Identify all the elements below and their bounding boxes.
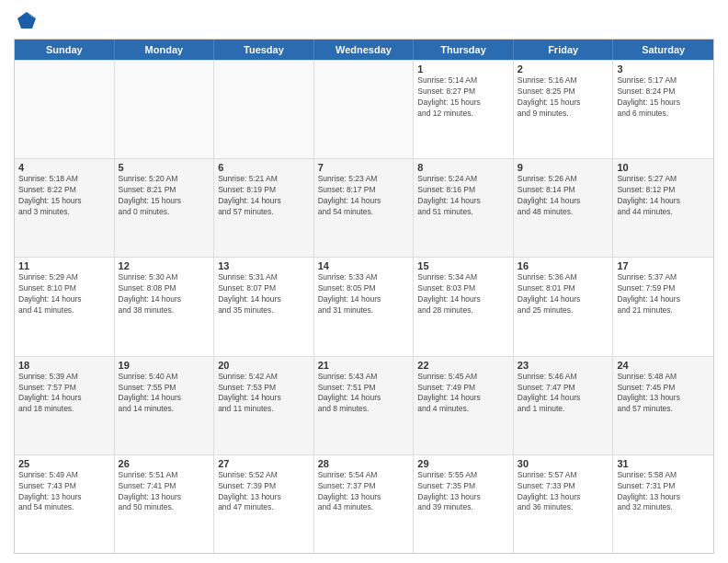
day-number: 26 xyxy=(119,458,210,469)
day-number: 14 xyxy=(318,260,410,271)
table-row: 24Sunrise: 5:48 AM Sunset: 7:45 PM Dayli… xyxy=(613,357,713,454)
day-number: 10 xyxy=(617,162,710,173)
day-number: 16 xyxy=(518,260,609,271)
day-number: 9 xyxy=(518,162,609,173)
table-row: 15Sunrise: 5:34 AM Sunset: 8:03 PM Dayli… xyxy=(414,258,514,355)
table-row xyxy=(15,61,115,158)
day-number: 7 xyxy=(318,162,410,173)
table-row: 1Sunrise: 5:14 AM Sunset: 8:27 PM Daylig… xyxy=(414,61,514,158)
day-info: Sunrise: 5:46 AM Sunset: 7:47 PM Dayligh… xyxy=(518,372,609,416)
table-row: 3Sunrise: 5:17 AM Sunset: 8:24 PM Daylig… xyxy=(613,61,713,158)
page: Sunday Monday Tuesday Wednesday Thursday… xyxy=(0,0,728,563)
day-info: Sunrise: 5:51 AM Sunset: 7:41 PM Dayligh… xyxy=(119,470,210,514)
table-row: 7Sunrise: 5:23 AM Sunset: 8:17 PM Daylig… xyxy=(314,159,415,257)
svg-marker-0 xyxy=(17,12,36,29)
table-row: 6Sunrise: 5:21 AM Sunset: 8:19 PM Daylig… xyxy=(214,159,314,257)
day-info: Sunrise: 5:58 AM Sunset: 7:31 PM Dayligh… xyxy=(617,470,710,514)
header-wednesday: Wednesday xyxy=(314,40,415,60)
day-number: 1 xyxy=(417,63,509,75)
table-row: 20Sunrise: 5:42 AM Sunset: 7:53 PM Dayli… xyxy=(214,357,314,454)
calendar-header: Sunday Monday Tuesday Wednesday Thursday… xyxy=(15,40,713,60)
table-row xyxy=(314,61,415,158)
calendar: Sunday Monday Tuesday Wednesday Thursday… xyxy=(14,39,714,554)
day-number: 29 xyxy=(417,458,509,469)
day-number: 19 xyxy=(119,360,210,371)
header-saturday: Saturday xyxy=(613,40,713,60)
header-friday: Friday xyxy=(514,40,614,60)
day-info: Sunrise: 5:34 AM Sunset: 8:03 PM Dayligh… xyxy=(417,272,509,316)
day-number: 22 xyxy=(417,360,509,371)
calendar-body: 1Sunrise: 5:14 AM Sunset: 8:27 PM Daylig… xyxy=(15,60,713,553)
day-info: Sunrise: 5:21 AM Sunset: 8:19 PM Dayligh… xyxy=(218,174,310,218)
day-info: Sunrise: 5:29 AM Sunset: 8:10 PM Dayligh… xyxy=(18,272,110,316)
table-row: 10Sunrise: 5:27 AM Sunset: 8:12 PM Dayli… xyxy=(613,159,713,257)
day-number: 17 xyxy=(617,260,710,271)
logo xyxy=(14,9,38,31)
table-row: 4Sunrise: 5:18 AM Sunset: 8:22 PM Daylig… xyxy=(15,159,115,257)
table-row: 14Sunrise: 5:33 AM Sunset: 8:05 PM Dayli… xyxy=(314,258,415,355)
day-number: 20 xyxy=(218,360,310,371)
header-thursday: Thursday xyxy=(414,40,514,60)
header-tuesday: Tuesday xyxy=(214,40,314,60)
day-info: Sunrise: 5:18 AM Sunset: 8:22 PM Dayligh… xyxy=(18,174,110,218)
week-row-3: 11Sunrise: 5:29 AM Sunset: 8:10 PM Dayli… xyxy=(15,257,713,355)
day-info: Sunrise: 5:24 AM Sunset: 8:16 PM Dayligh… xyxy=(417,174,509,218)
header-sunday: Sunday xyxy=(15,40,115,60)
day-number: 12 xyxy=(119,260,210,271)
day-info: Sunrise: 5:43 AM Sunset: 7:51 PM Dayligh… xyxy=(318,372,410,416)
table-row: 22Sunrise: 5:45 AM Sunset: 7:49 PM Dayli… xyxy=(414,357,514,454)
day-number: 15 xyxy=(417,260,509,271)
table-row: 19Sunrise: 5:40 AM Sunset: 7:55 PM Dayli… xyxy=(115,357,215,454)
day-number: 4 xyxy=(18,162,110,173)
table-row: 21Sunrise: 5:43 AM Sunset: 7:51 PM Dayli… xyxy=(314,357,415,454)
day-info: Sunrise: 5:45 AM Sunset: 7:49 PM Dayligh… xyxy=(417,372,509,416)
table-row: 5Sunrise: 5:20 AM Sunset: 8:21 PM Daylig… xyxy=(115,159,215,257)
table-row: 11Sunrise: 5:29 AM Sunset: 8:10 PM Dayli… xyxy=(15,258,115,355)
day-info: Sunrise: 5:42 AM Sunset: 7:53 PM Dayligh… xyxy=(218,372,310,416)
day-number: 6 xyxy=(218,162,310,173)
day-number: 8 xyxy=(417,162,509,173)
table-row: 9Sunrise: 5:26 AM Sunset: 8:14 PM Daylig… xyxy=(514,159,614,257)
table-row xyxy=(115,61,215,158)
day-info: Sunrise: 5:37 AM Sunset: 7:59 PM Dayligh… xyxy=(617,272,710,316)
day-number: 13 xyxy=(218,260,310,271)
table-row: 8Sunrise: 5:24 AM Sunset: 8:16 PM Daylig… xyxy=(414,159,514,257)
table-row: 30Sunrise: 5:57 AM Sunset: 7:33 PM Dayli… xyxy=(514,455,614,553)
day-number: 25 xyxy=(18,458,110,469)
table-row xyxy=(214,61,314,158)
day-number: 30 xyxy=(518,458,609,469)
day-info: Sunrise: 5:57 AM Sunset: 7:33 PM Dayligh… xyxy=(518,470,609,514)
day-info: Sunrise: 5:14 AM Sunset: 8:27 PM Dayligh… xyxy=(417,75,509,120)
day-number: 2 xyxy=(518,63,609,75)
table-row: 13Sunrise: 5:31 AM Sunset: 8:07 PM Dayli… xyxy=(214,258,314,355)
day-number: 28 xyxy=(318,458,410,469)
day-number: 23 xyxy=(518,360,609,371)
day-number: 18 xyxy=(18,360,110,371)
day-info: Sunrise: 5:40 AM Sunset: 7:55 PM Dayligh… xyxy=(119,372,210,416)
day-info: Sunrise: 5:26 AM Sunset: 8:14 PM Dayligh… xyxy=(518,174,609,218)
day-info: Sunrise: 5:31 AM Sunset: 8:07 PM Dayligh… xyxy=(218,272,310,316)
table-row: 27Sunrise: 5:52 AM Sunset: 7:39 PM Dayli… xyxy=(214,455,314,553)
table-row: 2Sunrise: 5:16 AM Sunset: 8:25 PM Daylig… xyxy=(514,61,614,158)
day-info: Sunrise: 5:17 AM Sunset: 8:24 PM Dayligh… xyxy=(617,75,710,120)
day-info: Sunrise: 5:33 AM Sunset: 8:05 PM Dayligh… xyxy=(318,272,410,316)
table-row: 16Sunrise: 5:36 AM Sunset: 8:01 PM Dayli… xyxy=(514,258,614,355)
day-number: 11 xyxy=(18,260,110,271)
table-row: 29Sunrise: 5:55 AM Sunset: 7:35 PM Dayli… xyxy=(414,455,514,553)
week-row-4: 18Sunrise: 5:39 AM Sunset: 7:57 PM Dayli… xyxy=(15,356,713,454)
day-number: 24 xyxy=(617,360,710,371)
day-info: Sunrise: 5:23 AM Sunset: 8:17 PM Dayligh… xyxy=(318,174,410,218)
day-info: Sunrise: 5:55 AM Sunset: 7:35 PM Dayligh… xyxy=(417,470,509,514)
day-number: 5 xyxy=(119,162,210,173)
day-info: Sunrise: 5:27 AM Sunset: 8:12 PM Dayligh… xyxy=(617,174,710,218)
day-info: Sunrise: 5:49 AM Sunset: 7:43 PM Dayligh… xyxy=(18,470,110,514)
week-row-5: 25Sunrise: 5:49 AM Sunset: 7:43 PM Dayli… xyxy=(15,454,713,553)
day-number: 27 xyxy=(218,458,310,469)
table-row: 17Sunrise: 5:37 AM Sunset: 7:59 PM Dayli… xyxy=(613,258,713,355)
day-info: Sunrise: 5:48 AM Sunset: 7:45 PM Dayligh… xyxy=(617,372,710,416)
week-row-1: 1Sunrise: 5:14 AM Sunset: 8:27 PM Daylig… xyxy=(15,60,713,158)
header-monday: Monday xyxy=(115,40,215,60)
table-row: 12Sunrise: 5:30 AM Sunset: 8:08 PM Dayli… xyxy=(115,258,215,355)
day-info: Sunrise: 5:16 AM Sunset: 8:25 PM Dayligh… xyxy=(518,75,609,120)
day-info: Sunrise: 5:36 AM Sunset: 8:01 PM Dayligh… xyxy=(518,272,609,316)
